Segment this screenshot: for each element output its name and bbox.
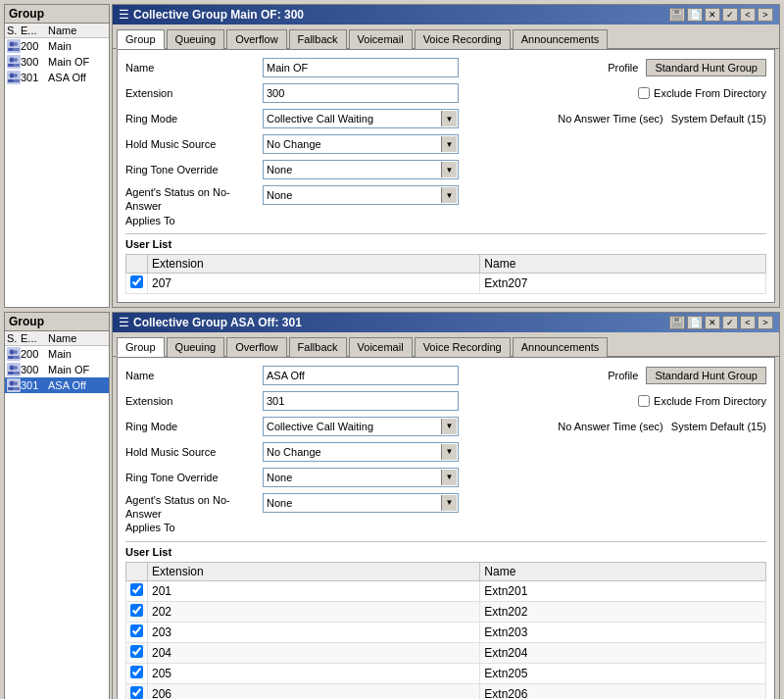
tab-group-1[interactable]: Group bbox=[117, 29, 165, 49]
exclude-label-1: Exclude From Directory bbox=[654, 87, 766, 99]
name-input-1[interactable] bbox=[263, 58, 459, 77]
col-ext-header-2: Extension bbox=[148, 562, 480, 580]
tab-group-2[interactable]: Group bbox=[117, 337, 165, 357]
doc-btn-1[interactable]: 📄 bbox=[687, 8, 703, 22]
holdmusic-select-2[interactable]: No Change bbox=[263, 442, 459, 462]
ok-btn-2[interactable]: ✓ bbox=[722, 316, 738, 329]
form-row-holdmusic-1: Hold Music Source No Change ▼ bbox=[125, 134, 766, 154]
svg-rect-27 bbox=[14, 372, 20, 374]
exclude-checkbox-2[interactable] bbox=[638, 395, 650, 407]
col-s-label-2: S. bbox=[7, 332, 21, 344]
ringmode-select-1[interactable]: Collective Call Waiting bbox=[263, 109, 459, 128]
tab-overflow-2[interactable]: Overflow bbox=[226, 337, 286, 357]
tab-voicemail-2[interactable]: Voicemail bbox=[349, 337, 413, 357]
tab-fallback-2[interactable]: Fallback bbox=[289, 337, 347, 357]
col-e-label: E... bbox=[21, 25, 48, 36]
tab-voicerec-2[interactable]: Voice Recording bbox=[415, 337, 511, 357]
item-name-301-2: ASA Off bbox=[48, 379, 107, 391]
row-ext-2-2: 203 bbox=[148, 622, 480, 642]
close-btn-1[interactable]: ✕ bbox=[705, 8, 720, 22]
sidebar-item-200-2[interactable]: 200 Main bbox=[5, 346, 109, 362]
tab-queuing-1[interactable]: Queuing bbox=[167, 29, 225, 49]
col-ext-header-1: Extension bbox=[148, 254, 480, 273]
user-list-table-1: Extension Name 207 Extn207 bbox=[125, 254, 766, 294]
holdmusic-select-1[interactable]: No Change bbox=[263, 134, 459, 154]
content-area-2: Name Profile Standard Hunt Group Extensi… bbox=[117, 357, 775, 699]
holdmusic-select-wrapper-1: No Change ▼ bbox=[263, 134, 459, 154]
sidebar-item-301-2[interactable]: 301 ASA Off bbox=[5, 377, 109, 393]
ringmode-label-1: Ring Mode bbox=[125, 113, 263, 125]
col-name-label: Name bbox=[48, 25, 107, 36]
profile-btn-2[interactable]: Standard Hunt Group bbox=[646, 367, 766, 384]
ext-input-1[interactable] bbox=[263, 83, 459, 103]
ringtone-select-2[interactable]: None bbox=[263, 468, 459, 487]
tab-fallback-1[interactable]: Fallback bbox=[289, 29, 347, 49]
row-check-1-0 bbox=[126, 273, 148, 293]
title-bar-buttons-1: 📄 ✕ ✓ < > bbox=[669, 8, 773, 22]
row-name-2-5: Extn206 bbox=[480, 683, 766, 699]
form-right-noans-2: No Answer Time (sec) System Default (15) bbox=[558, 421, 766, 432]
item-name-200: Main bbox=[48, 40, 107, 52]
row-ext-1-0: 207 bbox=[148, 273, 480, 293]
agentstatus-select-1[interactable]: None bbox=[263, 185, 459, 205]
save-btn-1[interactable] bbox=[669, 8, 685, 22]
agentstatus-label-2: Agent's Status on No-AnswerApplies To bbox=[125, 493, 263, 535]
svg-point-11 bbox=[10, 74, 15, 78]
row-name-2-1: Extn202 bbox=[480, 601, 766, 622]
noans-value-1: System Default (15) bbox=[671, 113, 766, 125]
tab-overflow-1[interactable]: Overflow bbox=[226, 29, 286, 49]
ringmode-select-2[interactable]: Collective Call Waiting bbox=[263, 417, 459, 436]
list-icon-1: ☰ bbox=[119, 8, 129, 22]
ringmode-select-wrapper-1: Collective Call Waiting ▼ bbox=[263, 109, 459, 128]
nav-left-btn-2[interactable]: < bbox=[740, 316, 756, 329]
profile-btn-1[interactable]: Standard Hunt Group bbox=[646, 59, 766, 76]
ringtone-select-wrapper-1: None ▼ bbox=[263, 160, 459, 179]
group-icon-301-top bbox=[7, 71, 21, 84]
tab-bar-2: Group Queuing Overflow Fallback Voicemai… bbox=[113, 332, 779, 357]
name-input-2[interactable] bbox=[263, 366, 459, 385]
window-section-2: Group S. E... Name 200 Main bbox=[4, 312, 780, 699]
exclude-checkbox-1[interactable] bbox=[638, 87, 650, 99]
item-ext-301-top: 301 bbox=[21, 72, 48, 83]
agentstatus-label-1: Agent's Status on No-AnswerApplies To bbox=[125, 185, 263, 227]
agentstatus-select-2[interactable]: None bbox=[263, 493, 459, 513]
svg-rect-14 bbox=[14, 79, 20, 82]
ok-btn-1[interactable]: ✓ bbox=[722, 8, 738, 22]
row-check-2-2 bbox=[126, 622, 148, 642]
nav-right-btn-1[interactable]: > bbox=[758, 8, 773, 22]
table-row: 204 Extn204 bbox=[126, 642, 766, 663]
title-text-1: Collective Group Main OF: 300 bbox=[133, 8, 304, 22]
tab-voicemail-1[interactable]: Voicemail bbox=[349, 29, 413, 49]
save-btn-2[interactable] bbox=[669, 316, 685, 329]
item-ext-300: 300 bbox=[21, 56, 48, 68]
item-name-301-top: ASA Off bbox=[48, 72, 107, 83]
sidebar-col-headers-1: S. E... Name bbox=[5, 24, 109, 38]
col-check-2 bbox=[126, 562, 148, 580]
svg-point-29 bbox=[10, 380, 15, 385]
ext-input-2[interactable] bbox=[263, 391, 459, 411]
sidebar-item-300-2[interactable]: 300 Main OF bbox=[5, 362, 109, 377]
sidebar-2: Group S. E... Name 200 Main bbox=[4, 312, 110, 699]
close-btn-2[interactable]: ✕ bbox=[705, 316, 720, 329]
item-ext-300-2: 300 bbox=[21, 364, 48, 375]
svg-rect-4 bbox=[14, 48, 20, 51]
tab-queuing-2[interactable]: Queuing bbox=[167, 337, 225, 357]
sidebar-item-300[interactable]: 300 Main OF bbox=[5, 54, 109, 70]
tab-voicerec-1[interactable]: Voice Recording bbox=[415, 29, 511, 49]
row-ext-2-0: 201 bbox=[148, 580, 480, 601]
sidebar-header-1: Group bbox=[5, 5, 109, 24]
sidebar-item-200[interactable]: 200 Main bbox=[5, 38, 109, 54]
nav-right-btn-2[interactable]: > bbox=[758, 316, 773, 329]
title-bar-1: ☰ Collective Group Main OF: 300 📄 ✕ ✓ bbox=[113, 5, 779, 25]
svg-point-2 bbox=[14, 42, 18, 46]
doc-btn-2[interactable]: 📄 bbox=[687, 316, 703, 329]
row-check-2-4 bbox=[126, 663, 148, 683]
tab-announcements-2[interactable]: Announcements bbox=[513, 337, 609, 357]
svg-rect-21 bbox=[8, 356, 14, 359]
form-row-ringtone-1: Ring Tone Override None ▼ bbox=[125, 160, 766, 179]
sidebar-item-301-top[interactable]: 301 ASA Off bbox=[5, 70, 109, 85]
table-row: 203 Extn203 bbox=[126, 622, 766, 642]
nav-left-btn-1[interactable]: < bbox=[740, 8, 756, 22]
ringtone-select-1[interactable]: None bbox=[263, 160, 459, 179]
tab-announcements-1[interactable]: Announcements bbox=[513, 29, 609, 49]
